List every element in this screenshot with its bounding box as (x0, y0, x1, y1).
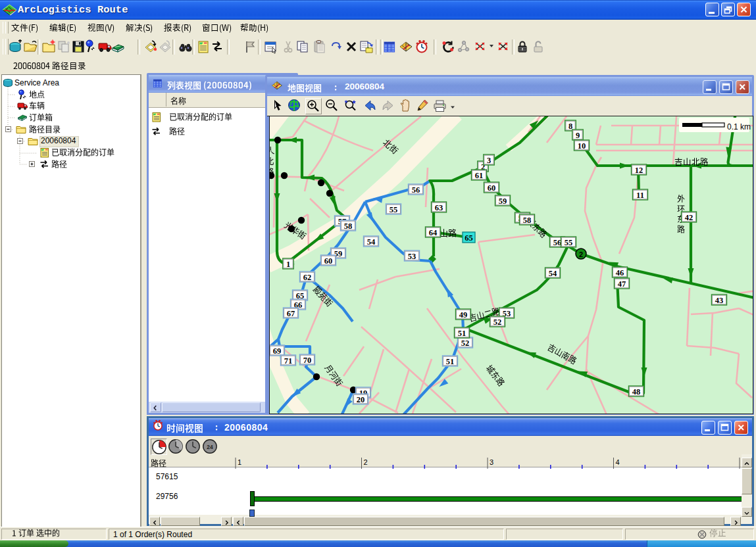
svg-text:63: 63 (435, 203, 443, 212)
svg-text:69: 69 (273, 346, 282, 356)
svg-text:4: 4 (616, 458, 620, 466)
svg-text:11: 11 (636, 191, 644, 200)
svg-text:3: 3 (490, 458, 493, 466)
svg-text:1: 1 (238, 458, 241, 466)
svg-text:20: 20 (357, 395, 365, 404)
svg-text:3: 3 (487, 156, 491, 165)
svg-text:1: 1 (286, 260, 290, 269)
svg-text:52: 52 (493, 318, 502, 327)
svg-text:56: 56 (553, 238, 562, 247)
svg-text:9: 9 (576, 131, 580, 140)
svg-text:49: 49 (459, 310, 468, 320)
svg-text:64: 64 (429, 228, 438, 237)
svg-text:60: 60 (324, 256, 333, 266)
svg-text:2: 2 (579, 250, 583, 258)
svg-text:67: 67 (287, 309, 295, 318)
svg-text:42: 42 (685, 213, 693, 222)
svg-text:61: 61 (475, 171, 484, 180)
svg-text:59: 59 (499, 197, 507, 206)
svg-text:55: 55 (390, 205, 398, 214)
svg-text:58: 58 (523, 216, 532, 225)
svg-text:43: 43 (715, 296, 724, 305)
svg-text:51: 51 (458, 329, 466, 338)
svg-text:54: 54 (549, 269, 557, 278)
svg-text:0.1 km: 0.1 km (727, 122, 751, 131)
svg-text:70: 70 (303, 356, 312, 365)
svg-text:46: 46 (616, 268, 624, 277)
svg-text:62: 62 (303, 273, 312, 282)
svg-text:60: 60 (488, 183, 496, 193)
svg-text:51: 51 (446, 357, 455, 366)
svg-text:65: 65 (465, 233, 473, 243)
svg-text:24: 24 (207, 444, 213, 450)
svg-text:12: 12 (635, 166, 643, 175)
svg-text:10: 10 (578, 141, 586, 151)
svg-text:56: 56 (412, 185, 420, 195)
svg-text:58: 58 (344, 222, 353, 231)
svg-text:55: 55 (565, 238, 573, 247)
svg-text:71: 71 (284, 356, 293, 366)
svg-text:53: 53 (408, 252, 416, 261)
svg-text:48: 48 (632, 387, 641, 396)
svg-text:2: 2 (364, 458, 368, 466)
svg-text:47: 47 (618, 279, 626, 289)
svg-text:54: 54 (367, 237, 376, 247)
svg-text:52: 52 (461, 339, 470, 348)
